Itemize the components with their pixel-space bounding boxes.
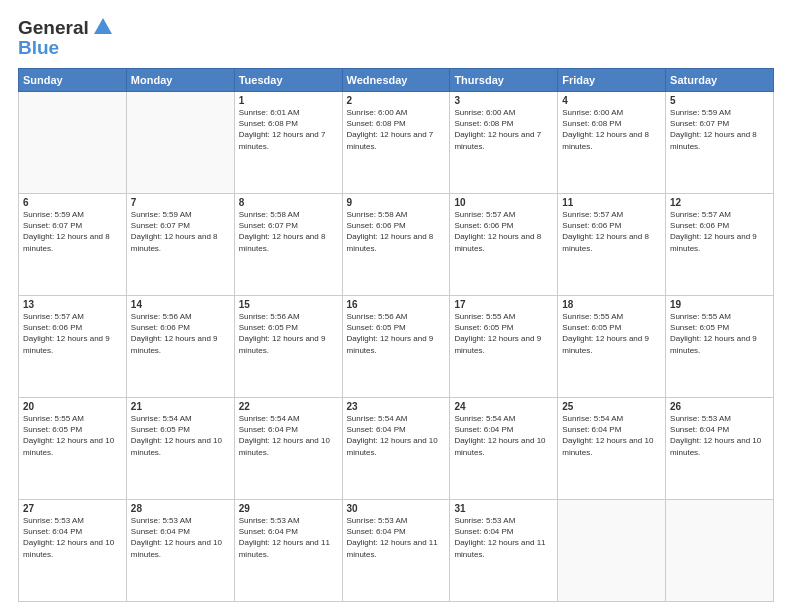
calendar-cell: 3Sunrise: 6:00 AMSunset: 6:08 PMDaylight…	[450, 91, 558, 193]
day-number: 14	[131, 299, 230, 310]
cell-info: Sunrise: 5:55 AMSunset: 6:05 PMDaylight:…	[23, 413, 122, 458]
day-number: 7	[131, 197, 230, 208]
day-number: 29	[239, 503, 338, 514]
cell-info: Sunrise: 5:54 AMSunset: 6:04 PMDaylight:…	[562, 413, 661, 458]
day-number: 31	[454, 503, 553, 514]
calendar-cell: 27Sunrise: 5:53 AMSunset: 6:04 PMDayligh…	[19, 499, 127, 601]
cell-info: Sunrise: 6:01 AMSunset: 6:08 PMDaylight:…	[239, 107, 338, 152]
week-row-2: 6Sunrise: 5:59 AMSunset: 6:07 PMDaylight…	[19, 193, 774, 295]
cell-info: Sunrise: 5:53 AMSunset: 6:04 PMDaylight:…	[131, 515, 230, 560]
cell-info: Sunrise: 5:53 AMSunset: 6:04 PMDaylight:…	[454, 515, 553, 560]
weekday-tuesday: Tuesday	[234, 68, 342, 91]
weekday-monday: Monday	[126, 68, 234, 91]
calendar-cell: 1Sunrise: 6:01 AMSunset: 6:08 PMDaylight…	[234, 91, 342, 193]
day-number: 20	[23, 401, 122, 412]
day-number: 23	[347, 401, 446, 412]
cell-info: Sunrise: 5:56 AMSunset: 6:05 PMDaylight:…	[239, 311, 338, 356]
week-row-1: 1Sunrise: 6:01 AMSunset: 6:08 PMDaylight…	[19, 91, 774, 193]
cell-info: Sunrise: 5:53 AMSunset: 6:04 PMDaylight:…	[239, 515, 338, 560]
calendar-cell	[126, 91, 234, 193]
calendar-cell: 13Sunrise: 5:57 AMSunset: 6:06 PMDayligh…	[19, 295, 127, 397]
cell-info: Sunrise: 5:54 AMSunset: 6:04 PMDaylight:…	[239, 413, 338, 458]
day-number: 28	[131, 503, 230, 514]
day-number: 5	[670, 95, 769, 106]
weekday-sunday: Sunday	[19, 68, 127, 91]
day-number: 27	[23, 503, 122, 514]
day-number: 2	[347, 95, 446, 106]
day-number: 24	[454, 401, 553, 412]
cell-info: Sunrise: 6:00 AMSunset: 6:08 PMDaylight:…	[454, 107, 553, 152]
cell-info: Sunrise: 5:53 AMSunset: 6:04 PMDaylight:…	[347, 515, 446, 560]
calendar-cell: 14Sunrise: 5:56 AMSunset: 6:06 PMDayligh…	[126, 295, 234, 397]
day-number: 9	[347, 197, 446, 208]
calendar-cell	[19, 91, 127, 193]
calendar: SundayMondayTuesdayWednesdayThursdayFrid…	[18, 68, 774, 602]
weekday-friday: Friday	[558, 68, 666, 91]
cell-info: Sunrise: 5:58 AMSunset: 6:06 PMDaylight:…	[347, 209, 446, 254]
day-number: 19	[670, 299, 769, 310]
cell-info: Sunrise: 5:54 AMSunset: 6:04 PMDaylight:…	[454, 413, 553, 458]
calendar-cell: 23Sunrise: 5:54 AMSunset: 6:04 PMDayligh…	[342, 397, 450, 499]
cell-info: Sunrise: 5:55 AMSunset: 6:05 PMDaylight:…	[562, 311, 661, 356]
week-row-4: 20Sunrise: 5:55 AMSunset: 6:05 PMDayligh…	[19, 397, 774, 499]
calendar-cell: 12Sunrise: 5:57 AMSunset: 6:06 PMDayligh…	[666, 193, 774, 295]
calendar-cell: 30Sunrise: 5:53 AMSunset: 6:04 PMDayligh…	[342, 499, 450, 601]
day-number: 15	[239, 299, 338, 310]
cell-info: Sunrise: 5:56 AMSunset: 6:06 PMDaylight:…	[131, 311, 230, 356]
cell-info: Sunrise: 5:54 AMSunset: 6:05 PMDaylight:…	[131, 413, 230, 458]
weekday-header-row: SundayMondayTuesdayWednesdayThursdayFrid…	[19, 68, 774, 91]
calendar-cell: 25Sunrise: 5:54 AMSunset: 6:04 PMDayligh…	[558, 397, 666, 499]
calendar-cell: 21Sunrise: 5:54 AMSunset: 6:05 PMDayligh…	[126, 397, 234, 499]
weekday-thursday: Thursday	[450, 68, 558, 91]
day-number: 25	[562, 401, 661, 412]
cell-info: Sunrise: 5:57 AMSunset: 6:06 PMDaylight:…	[562, 209, 661, 254]
cell-info: Sunrise: 5:59 AMSunset: 6:07 PMDaylight:…	[131, 209, 230, 254]
calendar-cell: 28Sunrise: 5:53 AMSunset: 6:04 PMDayligh…	[126, 499, 234, 601]
calendar-cell	[666, 499, 774, 601]
day-number: 1	[239, 95, 338, 106]
calendar-cell: 10Sunrise: 5:57 AMSunset: 6:06 PMDayligh…	[450, 193, 558, 295]
calendar-cell: 6Sunrise: 5:59 AMSunset: 6:07 PMDaylight…	[19, 193, 127, 295]
calendar-cell: 18Sunrise: 5:55 AMSunset: 6:05 PMDayligh…	[558, 295, 666, 397]
calendar-cell: 16Sunrise: 5:56 AMSunset: 6:05 PMDayligh…	[342, 295, 450, 397]
day-number: 17	[454, 299, 553, 310]
cell-info: Sunrise: 5:59 AMSunset: 6:07 PMDaylight:…	[670, 107, 769, 152]
cell-info: Sunrise: 6:00 AMSunset: 6:08 PMDaylight:…	[347, 107, 446, 152]
day-number: 21	[131, 401, 230, 412]
logo-icon	[92, 16, 114, 38]
svg-marker-0	[94, 18, 112, 34]
header: General Blue	[18, 18, 774, 58]
calendar-cell: 26Sunrise: 5:53 AMSunset: 6:04 PMDayligh…	[666, 397, 774, 499]
week-row-5: 27Sunrise: 5:53 AMSunset: 6:04 PMDayligh…	[19, 499, 774, 601]
cell-info: Sunrise: 5:56 AMSunset: 6:05 PMDaylight:…	[347, 311, 446, 356]
day-number: 30	[347, 503, 446, 514]
calendar-cell: 7Sunrise: 5:59 AMSunset: 6:07 PMDaylight…	[126, 193, 234, 295]
day-number: 11	[562, 197, 661, 208]
cell-info: Sunrise: 5:53 AMSunset: 6:04 PMDaylight:…	[23, 515, 122, 560]
cell-info: Sunrise: 5:55 AMSunset: 6:05 PMDaylight:…	[670, 311, 769, 356]
day-number: 10	[454, 197, 553, 208]
weekday-saturday: Saturday	[666, 68, 774, 91]
cell-info: Sunrise: 5:53 AMSunset: 6:04 PMDaylight:…	[670, 413, 769, 458]
cell-info: Sunrise: 5:59 AMSunset: 6:07 PMDaylight:…	[23, 209, 122, 254]
calendar-cell: 24Sunrise: 5:54 AMSunset: 6:04 PMDayligh…	[450, 397, 558, 499]
logo-blue: Blue	[18, 38, 114, 58]
calendar-cell: 19Sunrise: 5:55 AMSunset: 6:05 PMDayligh…	[666, 295, 774, 397]
cell-info: Sunrise: 5:57 AMSunset: 6:06 PMDaylight:…	[23, 311, 122, 356]
calendar-cell: 22Sunrise: 5:54 AMSunset: 6:04 PMDayligh…	[234, 397, 342, 499]
cell-info: Sunrise: 5:57 AMSunset: 6:06 PMDaylight:…	[670, 209, 769, 254]
day-number: 13	[23, 299, 122, 310]
day-number: 3	[454, 95, 553, 106]
day-number: 12	[670, 197, 769, 208]
cell-info: Sunrise: 5:58 AMSunset: 6:07 PMDaylight:…	[239, 209, 338, 254]
day-number: 18	[562, 299, 661, 310]
day-number: 22	[239, 401, 338, 412]
day-number: 8	[239, 197, 338, 208]
cell-info: Sunrise: 6:00 AMSunset: 6:08 PMDaylight:…	[562, 107, 661, 152]
calendar-cell: 17Sunrise: 5:55 AMSunset: 6:05 PMDayligh…	[450, 295, 558, 397]
day-number: 6	[23, 197, 122, 208]
calendar-cell: 4Sunrise: 6:00 AMSunset: 6:08 PMDaylight…	[558, 91, 666, 193]
day-number: 26	[670, 401, 769, 412]
day-number: 16	[347, 299, 446, 310]
calendar-cell: 8Sunrise: 5:58 AMSunset: 6:07 PMDaylight…	[234, 193, 342, 295]
